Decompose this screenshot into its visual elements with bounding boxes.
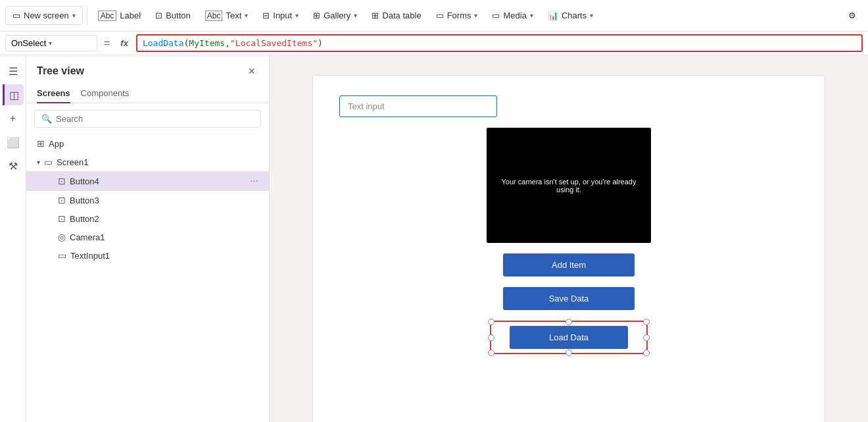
button2-icon: ⊡: [58, 213, 66, 224]
label-icon: Abc: [98, 11, 117, 21]
hamburger-icon: ☰: [9, 65, 18, 78]
input-icon: ⊟: [262, 11, 270, 20]
button2-label: Button2: [70, 214, 258, 224]
tree-item-app[interactable]: ⊞ App: [26, 134, 269, 153]
tree-item-button2[interactable]: ⊡ Button2: [26, 209, 269, 228]
tree-item-camera1[interactable]: ◎ Camera1: [26, 228, 269, 246]
new-screen-chevron: ▾: [72, 12, 76, 19]
load-data-label: Load Data: [549, 332, 589, 342]
toolbar-right-icons: ⚙: [842, 7, 863, 24]
tree-panel: Tree view ✕ Screens Components 🔍 ⊞ App ▾: [26, 55, 270, 422]
canvas-area: Text input Your camera isn't set up, or …: [270, 55, 868, 422]
screen1-chevron: ▾: [37, 159, 40, 166]
tree-item-button4[interactable]: ⊡ Button4 ···: [26, 171, 269, 191]
text-icon: Abc: [205, 11, 223, 21]
data-table-label: Data table: [382, 11, 421, 20]
handle-tm[interactable]: [566, 319, 572, 325]
textinput1-icon: ▭: [58, 250, 66, 261]
hamburger-menu-button[interactable]: ☰: [3, 61, 24, 82]
tab-screens-label: Screens: [37, 88, 70, 98]
tools-icon: ⚒: [9, 160, 18, 172]
tree-items-list: ⊞ App ▾ ▭ Screen1 ⊡ Button4 ··· ⊡ Button…: [26, 134, 269, 422]
tab-screens[interactable]: Screens: [37, 84, 70, 103]
handle-br[interactable]: [643, 350, 650, 356]
gallery-chevron: ▾: [354, 12, 357, 19]
save-data-button[interactable]: Save Data: [503, 287, 635, 310]
text-button[interactable]: Abc Text ▾: [199, 7, 255, 25]
canvas-frame: Text input Your camera isn't set up, or …: [312, 75, 825, 422]
label-button[interactable]: Abc Label: [91, 7, 148, 25]
label-label: Label: [120, 11, 141, 20]
tree-item-textinput1[interactable]: ▭ TextInput1: [26, 246, 269, 265]
plus-icon: +: [10, 113, 16, 124]
component-icon: ⬜: [7, 136, 20, 149]
text-input-placeholder: Text input: [348, 101, 385, 111]
handle-bl[interactable]: [488, 350, 494, 356]
charts-icon: 📊: [548, 11, 558, 20]
text-chevron: ▾: [245, 12, 248, 19]
add-item-button[interactable]: Add Item: [503, 253, 635, 277]
tree-tabs: Screens Components: [26, 84, 269, 103]
gallery-icon: ⊞: [313, 11, 320, 20]
handle-tl[interactable]: [488, 319, 494, 325]
formula-close-paren: ): [318, 38, 323, 48]
textinput1-label: TextInput1: [70, 251, 258, 261]
formula-dropdown[interactable]: OnSelect ▾: [5, 35, 97, 51]
data-table-button[interactable]: ⊞ Data table: [365, 7, 427, 24]
components-button[interactable]: ⬜: [3, 132, 24, 153]
button4-more-button[interactable]: ···: [250, 175, 258, 187]
app-label: App: [49, 139, 258, 149]
app-icon: ⊞: [37, 138, 45, 149]
settings-icon: ⚙: [848, 11, 856, 20]
camera1-icon: ◎: [58, 232, 66, 242]
tab-components[interactable]: Components: [81, 84, 130, 103]
input-label: Input: [273, 11, 292, 20]
tree-item-screen1[interactable]: ▾ ▭ Screen1: [26, 153, 269, 171]
layers-button[interactable]: ◫: [3, 84, 24, 105]
charts-label: Charts: [562, 11, 587, 20]
settings-button[interactable]: ⚙: [842, 7, 863, 24]
tools-button[interactable]: ⚒: [3, 155, 24, 176]
new-screen-button[interactable]: ▭ New screen ▾: [5, 6, 83, 25]
new-screen-icon: ▭: [12, 11, 20, 20]
media-button[interactable]: ▭ Media ▾: [485, 7, 539, 24]
tree-item-button3[interactable]: ⊡ Button3: [26, 191, 269, 209]
media-chevron: ▾: [530, 12, 533, 19]
add-screen-button[interactable]: +: [3, 108, 24, 129]
handle-tr[interactable]: [643, 319, 650, 325]
input-button[interactable]: ⊟ Input ▾: [256, 7, 305, 24]
separator-1: [87, 7, 87, 25]
formula-bar: OnSelect ▾ = fx LoadData ( MyItems , "Lo…: [0, 32, 868, 55]
new-screen-label: New screen: [24, 11, 69, 20]
handle-ml[interactable]: [488, 334, 494, 341]
forms-button[interactable]: ▭ Forms ▾: [429, 7, 485, 24]
formula-function-name: LoadData: [143, 38, 184, 48]
button-icon: ⊡: [155, 11, 162, 20]
gallery-button[interactable]: ⊞ Gallery ▾: [306, 7, 364, 24]
main-toolbar: ▭ New screen ▾ Abc Label ⊡ Button Abc Te…: [0, 0, 868, 32]
tree-title: Tree view: [37, 65, 84, 77]
input-chevron: ▾: [295, 12, 299, 19]
handle-mr[interactable]: [643, 334, 650, 341]
formula-string-param: "LocalSavedItems": [230, 38, 318, 48]
canvas-text-input[interactable]: Text input: [339, 95, 497, 117]
handle-bm[interactable]: [566, 350, 572, 356]
search-input[interactable]: [56, 114, 254, 124]
tree-close-button[interactable]: ✕: [245, 63, 258, 79]
formula-dropdown-label: OnSelect: [11, 38, 46, 48]
text-label: Text: [226, 11, 241, 20]
tree-search-box[interactable]: 🔍: [34, 110, 261, 128]
forms-label: Forms: [447, 11, 471, 20]
search-icon: 🔍: [41, 114, 52, 124]
load-data-button[interactable]: Load Data: [510, 326, 628, 349]
formula-input[interactable]: LoadData ( MyItems , "LocalSavedItems" ): [136, 34, 863, 52]
button-button[interactable]: ⊡ Button: [149, 7, 197, 24]
charts-chevron: ▾: [590, 12, 593, 19]
data-table-icon: ⊞: [372, 11, 379, 20]
formula-fx-label: fx: [116, 38, 132, 48]
charts-button[interactable]: 📊 Charts ▾: [541, 7, 600, 24]
button3-icon: ⊡: [58, 195, 66, 205]
tab-components-label: Components: [81, 88, 130, 98]
forms-icon: ▭: [436, 11, 444, 20]
camera-message: Your camera isn't set up, or you're alre…: [487, 171, 651, 200]
